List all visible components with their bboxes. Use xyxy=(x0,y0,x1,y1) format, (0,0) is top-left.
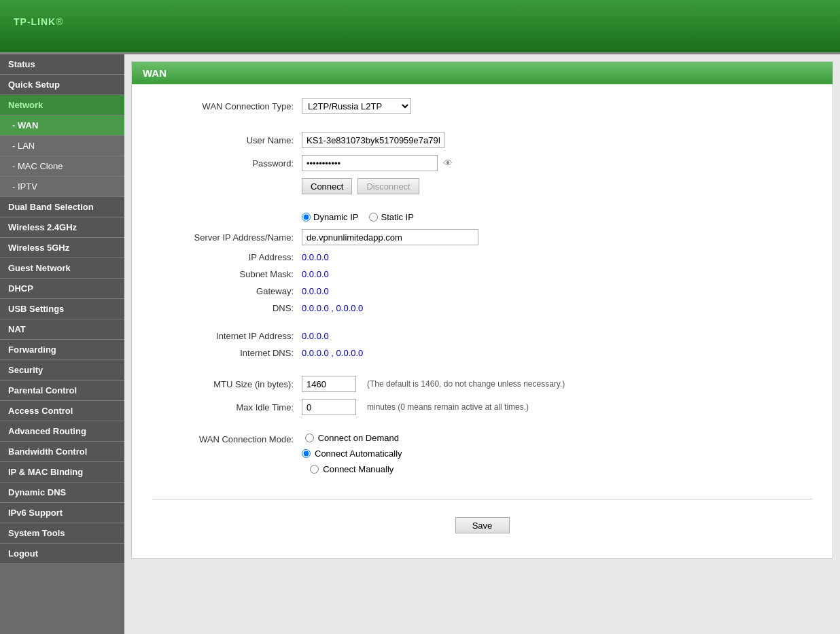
wan-type-select[interactable]: Dynamic IPStatic IPPPPoE/Russia PPPoEL2T… xyxy=(302,98,411,114)
internet-ip-row: Internet IP Address: 0.0.0.0 xyxy=(152,331,812,341)
sidebar-item-system-tools[interactable]: System Tools xyxy=(0,523,124,544)
subnet-mask-label: Subnet Mask: xyxy=(152,269,302,279)
section-title: WAN xyxy=(132,62,833,84)
sidebar-item-security[interactable]: Security xyxy=(0,360,124,381)
manually-option[interactable]: Connect Manually xyxy=(310,464,393,474)
gateway-label: Gateway: xyxy=(152,286,302,296)
max-idle-hint: minutes (0 means remain active at all ti… xyxy=(367,402,529,412)
max-idle-control: minutes (0 means remain active at all ti… xyxy=(302,399,529,415)
sidebar-item-lan[interactable]: - LAN xyxy=(0,136,124,156)
eye-icon[interactable]: 👁 xyxy=(443,158,453,169)
gateway-row: Gateway: 0.0.0.0 xyxy=(152,286,812,296)
sidebar-item-forwarding[interactable]: Forwarding xyxy=(0,340,124,360)
sidebar-item-advanced-routing[interactable]: Advanced Routing xyxy=(0,421,124,442)
password-row: Password: 👁 xyxy=(152,155,812,171)
sidebar-item-network[interactable]: Network xyxy=(0,95,124,116)
sidebar-item-wireless-24[interactable]: Wireless 2.4GHz xyxy=(0,217,124,238)
ip-address-label: IP Address: xyxy=(152,252,302,262)
wan-type-control: Dynamic IPStatic IPPPPoE/Russia PPPoEL2T… xyxy=(302,98,411,114)
connect-buttons-row: Connect Disconnect xyxy=(152,178,812,194)
max-idle-label: Max Idle Time: xyxy=(152,402,302,412)
sidebar-item-usb-settings[interactable]: USB Settings xyxy=(0,299,124,319)
ip-address-value: 0.0.0.0 xyxy=(302,252,329,262)
sidebar: StatusQuick SetupNetwork- WAN- LAN- MAC … xyxy=(0,54,124,634)
wan-mode-control: Connect on Demand Connect Automatically … xyxy=(302,433,402,474)
sidebar-item-guest-network[interactable]: Guest Network xyxy=(0,258,124,279)
logo: TP-LINK® xyxy=(14,14,64,39)
mtu-label: MTU Size (in bytes): xyxy=(152,379,302,389)
subnet-mask-control: 0.0.0.0 xyxy=(302,269,329,279)
connect-control: Connect Disconnect xyxy=(302,178,419,194)
static-ip-label: Static IP xyxy=(381,212,413,222)
dns-control: 0.0.0.0 , 0.0.0.0 xyxy=(302,303,363,313)
sidebar-item-dynamic-dns[interactable]: Dynamic DNS xyxy=(0,482,124,503)
password-control: 👁 xyxy=(302,155,453,171)
mtu-control: (The default is 1460, do not change unle… xyxy=(302,376,565,392)
gateway-text: 0.0.0.0 xyxy=(302,286,329,296)
automatically-option[interactable]: Connect Automatically xyxy=(302,448,402,459)
sidebar-item-access-control[interactable]: Access Control xyxy=(0,401,124,421)
ip-mode-control: Dynamic IP Static IP xyxy=(302,212,414,222)
manually-label: Connect Manually xyxy=(323,464,393,474)
logo-text: TP-LINK xyxy=(14,16,56,27)
dns-row: DNS: 0.0.0.0 , 0.0.0.0 xyxy=(152,303,812,313)
form-area: WAN Connection Type: Dynamic IPStatic IP… xyxy=(132,84,833,558)
content-area: WAN WAN Connection Type: Dynamic IPStati… xyxy=(131,61,833,559)
header: TP-LINK® xyxy=(0,0,840,54)
connect-button[interactable]: Connect xyxy=(302,178,352,194)
sidebar-item-dhcp[interactable]: DHCP xyxy=(0,279,124,299)
dynamic-ip-label: Dynamic IP xyxy=(313,212,358,222)
ip-address-row: IP Address: 0.0.0.0 xyxy=(152,252,812,262)
internet-ip-label: Internet IP Address: xyxy=(152,331,302,341)
sidebar-item-wan[interactable]: - WAN xyxy=(0,116,124,136)
sidebar-item-logout[interactable]: Logout xyxy=(0,544,124,564)
password-label: Password: xyxy=(152,158,302,169)
dynamic-ip-radio[interactable] xyxy=(302,213,311,222)
save-button[interactable]: Save xyxy=(455,517,510,533)
ip-address-text: 0.0.0.0 xyxy=(302,252,329,262)
sidebar-item-quick-setup[interactable]: Quick Setup xyxy=(0,75,124,95)
subnet-mask-row: Subnet Mask: 0.0.0.0 xyxy=(152,269,812,279)
mtu-hint: (The default is 1460, do not change unle… xyxy=(367,379,565,389)
username-input[interactable] xyxy=(302,132,444,148)
sidebar-item-wireless-5[interactable]: Wireless 5GHz xyxy=(0,238,124,258)
dns-text: 0.0.0.0 , 0.0.0.0 xyxy=(302,303,363,313)
username-label: User Name: xyxy=(152,135,302,145)
sidebar-item-dual-band[interactable]: Dual Band Selection xyxy=(0,197,124,217)
internet-ip-text: 0.0.0.0 xyxy=(302,331,329,341)
dynamic-ip-option[interactable]: Dynamic IP xyxy=(302,212,358,222)
wan-mode-label: WAN Connection Mode: xyxy=(152,433,302,444)
server-ip-row: Server IP Address/Name: xyxy=(152,229,812,245)
username-row: User Name: xyxy=(152,132,812,148)
server-ip-input[interactable] xyxy=(302,229,478,245)
logo-sup: ® xyxy=(56,16,63,27)
server-ip-control xyxy=(302,229,478,245)
on-demand-radio[interactable] xyxy=(305,434,314,442)
subnet-mask-text: 0.0.0.0 xyxy=(302,269,329,279)
sidebar-item-ipv6-support[interactable]: IPv6 Support xyxy=(0,503,124,523)
username-control xyxy=(302,132,444,148)
automatically-radio[interactable] xyxy=(302,449,311,458)
dns-label: DNS: xyxy=(152,303,302,313)
main-content: WAN WAN Connection Type: Dynamic IPStati… xyxy=(124,54,840,634)
manually-radio[interactable] xyxy=(310,465,319,474)
mtu-input[interactable] xyxy=(302,376,356,392)
sidebar-item-ip-mac-binding[interactable]: IP & MAC Binding xyxy=(0,462,124,482)
sidebar-item-status[interactable]: Status xyxy=(0,54,124,75)
max-idle-input[interactable] xyxy=(302,399,356,415)
on-demand-option[interactable]: Connect on Demand xyxy=(305,433,399,443)
max-idle-row: Max Idle Time: minutes (0 means remain a… xyxy=(152,399,812,415)
wan-connection-type-row: WAN Connection Type: Dynamic IPStatic IP… xyxy=(152,98,812,114)
sidebar-item-iptv[interactable]: - IPTV xyxy=(0,177,124,197)
static-ip-radio[interactable] xyxy=(369,213,378,222)
automatically-label: Connect Automatically xyxy=(315,448,402,459)
sidebar-item-bandwidth-control[interactable]: Bandwidth Control xyxy=(0,442,124,462)
internet-ip-control: 0.0.0.0 xyxy=(302,331,329,341)
sidebar-item-parental-control[interactable]: Parental Control xyxy=(0,381,124,401)
save-area: Save xyxy=(152,506,812,544)
sidebar-item-mac-clone[interactable]: - MAC Clone xyxy=(0,156,124,177)
sidebar-item-nat[interactable]: NAT xyxy=(0,319,124,340)
password-input[interactable] xyxy=(302,155,438,171)
disconnect-button[interactable]: Disconnect xyxy=(357,178,419,194)
static-ip-option[interactable]: Static IP xyxy=(369,212,413,222)
